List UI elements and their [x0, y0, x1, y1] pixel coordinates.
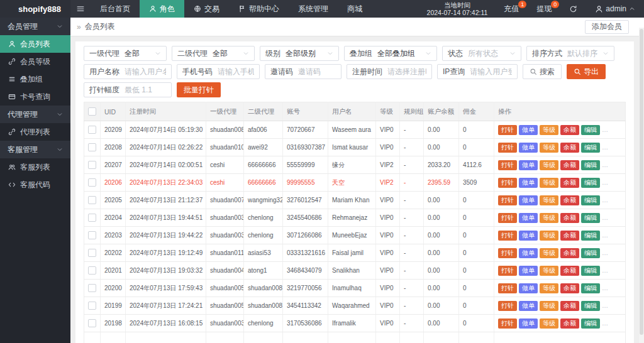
balance-action-button[interactable]: 余额	[560, 195, 579, 205]
row-checkbox[interactable]	[88, 161, 96, 169]
level-action-button[interactable]: 等级	[540, 160, 558, 170]
sidebar-item-member-level[interactable]: 会员等级	[0, 53, 70, 70]
row-checkbox[interactable]	[88, 178, 96, 187]
balance-action-button[interactable]: 余额	[560, 125, 579, 135]
sidebar-group-agent-mgmt[interactable]: 代理管理	[0, 106, 70, 123]
balance-action-button[interactable]: 余额	[560, 231, 579, 241]
row-checkbox[interactable]	[88, 126, 96, 134]
order-action-button[interactable]: 做单	[519, 301, 538, 311]
add-member-button[interactable]: 添加会员	[585, 20, 629, 34]
sidebar-item-service-code[interactable]: 客服代码	[0, 176, 70, 193]
edit-action-button[interactable]: 编辑	[581, 213, 600, 223]
export-button[interactable]: 导出	[567, 64, 606, 79]
more-actions-button[interactable]: …	[602, 302, 609, 309]
withdraw-button[interactable]: 提现 0	[528, 0, 560, 18]
level-action-button[interactable]: 等级	[540, 125, 558, 135]
more-actions-button[interactable]: …	[602, 126, 609, 133]
filter-ip-input[interactable]: IP查询请输入用户登录IP	[437, 64, 518, 79]
inject-action-button[interactable]: 打针	[498, 213, 517, 223]
row-checkbox[interactable]	[88, 284, 96, 292]
more-actions-button[interactable]: …	[602, 285, 609, 291]
order-action-button[interactable]: 做单	[519, 143, 538, 153]
filter-phone-input[interactable]: 手机号码请输入手机号码	[177, 64, 260, 79]
balance-action-button[interactable]: 余额	[560, 178, 579, 188]
edit-action-button[interactable]: 编辑	[581, 143, 600, 153]
level-action-button[interactable]: 等级	[540, 266, 558, 276]
edit-action-button[interactable]: 编辑	[581, 195, 600, 205]
sidebar-item-service-list[interactable]: 客服列表	[0, 158, 70, 176]
balance-action-button[interactable]: 余额	[560, 318, 579, 329]
inject-action-button[interactable]: 打针	[498, 266, 517, 276]
more-actions-button[interactable]: …	[602, 232, 609, 239]
filter-sort-select[interactable]: 排序方式默认排序	[526, 46, 614, 61]
balance-action-button[interactable]: 余额	[560, 160, 579, 170]
filter-level-select[interactable]: 级别全部级别	[260, 46, 339, 61]
sidebar-item-agent-list[interactable]: 代理列表	[0, 123, 70, 141]
edit-action-button[interactable]: 编辑	[581, 231, 600, 241]
topbar-menu-system[interactable]: 系统管理	[289, 0, 338, 18]
sidebar-item-card-query[interactable]: 卡号查询	[0, 88, 70, 106]
order-action-button[interactable]: 做单	[519, 160, 538, 170]
edit-action-button[interactable]: 编辑	[581, 266, 600, 276]
row-checkbox[interactable]	[88, 249, 96, 257]
more-actions-button[interactable]: …	[602, 267, 609, 274]
search-button[interactable]: 搜索	[523, 64, 562, 79]
inject-action-button[interactable]: 打针	[498, 160, 517, 170]
inject-action-button[interactable]: 打针	[498, 125, 517, 135]
more-actions-button[interactable]: …	[602, 179, 609, 186]
row-checkbox[interactable]	[88, 319, 96, 327]
inject-action-button[interactable]: 打针	[498, 143, 517, 153]
level-action-button[interactable]: 等级	[540, 248, 558, 258]
more-actions-button[interactable]: …	[602, 249, 609, 256]
more-actions-button[interactable]: …	[602, 144, 609, 151]
edit-action-button[interactable]: 编辑	[581, 160, 600, 170]
level-action-button[interactable]: 等级	[540, 195, 558, 205]
sidebar-group-member-mgmt[interactable]: 会员管理	[0, 18, 70, 35]
filter-invite-input[interactable]: 邀请码邀请码	[265, 64, 341, 79]
topbar-menu-home[interactable]: 后台首页	[91, 0, 140, 18]
level-action-button[interactable]: 等级	[540, 283, 558, 293]
filter-username-input[interactable]: 用户名称请输入用户名称	[84, 64, 172, 79]
order-action-button[interactable]: 做单	[519, 318, 538, 329]
inject-action-button[interactable]: 打针	[498, 318, 517, 329]
order-action-button[interactable]: 做单	[519, 125, 538, 135]
order-action-button[interactable]: 做单	[519, 178, 538, 188]
level-action-button[interactable]: 等级	[540, 318, 558, 329]
row-checkbox[interactable]	[88, 196, 96, 204]
refresh-button[interactable]	[560, 0, 586, 18]
filter-stack-select[interactable]: 叠加组全部叠加组	[344, 46, 437, 61]
filter-status-select[interactable]: 状态所有状态	[442, 46, 521, 61]
edit-action-button[interactable]: 编辑	[581, 178, 600, 188]
balance-action-button[interactable]: 余额	[560, 266, 579, 276]
level-action-button[interactable]: 等级	[540, 231, 558, 241]
edit-action-button[interactable]: 编辑	[581, 283, 600, 293]
order-action-button[interactable]: 做单	[519, 195, 538, 205]
edit-action-button[interactable]: 编辑	[581, 318, 600, 329]
inject-action-button[interactable]: 打针	[498, 301, 517, 311]
row-checkbox[interactable]	[88, 143, 96, 151]
topbar-menu-role[interactable]: 角色	[140, 0, 184, 18]
filter-regtime-input[interactable]: 注册时间请选择注册时间	[347, 64, 432, 79]
row-checkbox[interactable]	[88, 231, 96, 239]
inject-action-button[interactable]: 打针	[498, 231, 517, 241]
row-checkbox[interactable]	[88, 214, 96, 222]
topbar-menu-help[interactable]: 帮助中心	[229, 0, 289, 18]
inject-action-button[interactable]: 打针	[498, 248, 517, 258]
sidebar-item-member-list[interactable]: 会员列表	[0, 35, 70, 53]
filter-agent2-select[interactable]: 二级代理全部	[172, 46, 255, 61]
vertical-scrollbar[interactable]	[639, 28, 644, 343]
recharge-button[interactable]: 充值 1	[495, 0, 528, 18]
sidebar-item-stack-group[interactable]: 叠加组	[0, 70, 70, 88]
order-action-button[interactable]: 做单	[519, 266, 538, 276]
row-checkbox[interactable]	[88, 266, 96, 275]
order-action-button[interactable]: 做单	[519, 231, 538, 241]
balance-action-button[interactable]: 余额	[560, 283, 579, 293]
balance-action-button[interactable]: 余额	[560, 213, 579, 223]
level-action-button[interactable]: 等级	[540, 143, 558, 153]
inject-action-button[interactable]: 打针	[498, 178, 517, 188]
balance-action-button[interactable]: 余额	[560, 143, 579, 153]
row-checkbox[interactable]	[88, 302, 96, 310]
sidebar-toggle-icon[interactable]	[70, 0, 91, 18]
more-actions-button[interactable]: …	[602, 320, 609, 327]
level-action-button[interactable]: 等级	[540, 301, 558, 311]
